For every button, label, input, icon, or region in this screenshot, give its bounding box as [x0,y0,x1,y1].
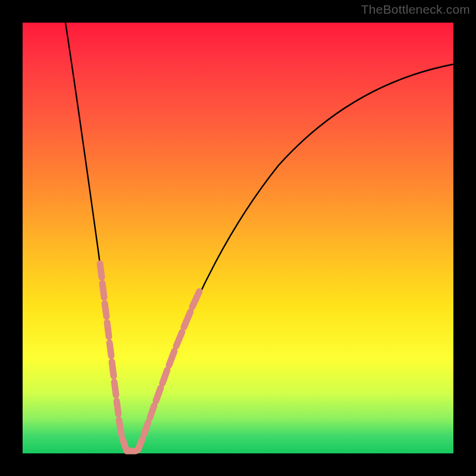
outer-frame: TheBottleneck.com [0,0,476,476]
highlight-seg [176,332,182,346]
highlight-seg [102,283,104,298]
highlight-seg [144,422,148,434]
highlight-seg [192,292,199,307]
highlight-seg [109,343,111,356]
right-highlight-group [138,292,199,450]
highlight-seg [119,420,121,434]
highlight-seg [100,264,102,277]
highlight-seg [107,322,109,337]
left-highlight-group [100,264,127,451]
highlight-seg [184,312,190,327]
right-branch-curve [137,64,453,452]
highlight-seg [117,401,118,414]
highlight-seg [162,370,167,383]
highlight-seg [114,382,116,395]
highlight-seg [138,439,142,450]
plot-area [23,23,453,453]
highlight-seg [156,388,161,401]
watermark-text: TheBottleneck.com [361,2,470,17]
highlight-seg [169,351,174,365]
highlight-seg [150,406,154,418]
highlight-seg [105,303,107,317]
highlight-seg [112,362,114,376]
chart-svg [23,23,453,453]
